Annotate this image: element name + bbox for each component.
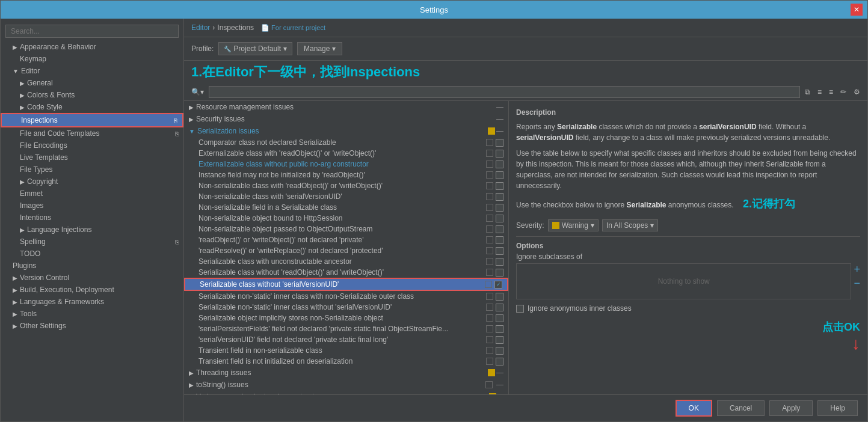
list-item[interactable]: Externalizable class without public no-a… <box>184 159 508 170</box>
severity-value: Warning <box>562 221 588 230</box>
manage-button[interactable]: Manage ▾ <box>297 42 342 55</box>
item-color <box>486 336 493 343</box>
item-checkbox[interactable] <box>496 236 503 244</box>
list-item-selected[interactable]: Serializable class without 'serialVersio… <box>184 278 508 291</box>
list-item[interactable]: Serializable non-'static' inner class wi… <box>184 302 508 313</box>
item-checkbox[interactable] <box>496 247 503 255</box>
list-item[interactable]: Transient field in non-serializable clas… <box>184 345 508 356</box>
search-toggle-button[interactable]: 🔍▾ <box>189 87 206 97</box>
sidebar-item-copyright[interactable]: ▶ Copyright <box>1 176 183 188</box>
item-checkbox[interactable] <box>496 139 503 147</box>
apply-button[interactable]: Apply <box>769 400 813 416</box>
sidebar-item-intentions[interactable]: Intentions <box>1 212 183 224</box>
edit-button[interactable]: ✏ <box>838 87 849 97</box>
sidebar-item-live-templates[interactable]: Live Templates <box>1 151 183 164</box>
sidebar-search[interactable] <box>5 25 179 38</box>
list-item[interactable]: Serializable class without 'readObject()… <box>184 267 508 278</box>
add-button[interactable]: + <box>854 263 860 276</box>
item-checkbox[interactable] <box>496 347 503 355</box>
sidebar-item-languages[interactable]: ▶ Languages & Frameworks <box>1 296 183 308</box>
sidebar-item-other[interactable]: ▶ Other Settings <box>1 320 183 332</box>
item-checkbox[interactable] <box>496 293 503 301</box>
list-item[interactable]: Externalizable class with 'readObject()'… <box>184 148 508 159</box>
list-item[interactable]: 'readResolve()' or 'writeReplace()' not … <box>184 245 508 256</box>
list-item[interactable]: Non-serializable object bound to HttpSes… <box>184 213 508 224</box>
profile-dropdown[interactable]: 🔧 Project Default ▾ <box>218 42 292 55</box>
ok-button[interactable]: OK <box>676 400 712 417</box>
sidebar-item-build[interactable]: ▶ Build, Execution, Deployment <box>1 284 183 296</box>
list-item[interactable]: Non-serializable object passed to Object… <box>184 224 508 234</box>
item-checkbox[interactable] <box>496 182 503 190</box>
list-item[interactable]: Instance field may not be initialized by… <box>184 170 508 180</box>
sidebar-item-spelling[interactable]: Spelling ⎘ <box>1 236 183 248</box>
sidebar-item-language-injections[interactable]: ▶ Language Injections <box>1 224 183 236</box>
item-checkbox[interactable] <box>496 269 503 277</box>
list-item[interactable]: Non-serializable class with 'readObject(… <box>184 180 508 191</box>
list-item[interactable]: 'readObject()' or 'writeObject()' not de… <box>184 234 508 245</box>
sidebar-item-tools[interactable]: ▶ Tools <box>1 308 183 320</box>
sidebar-item-file-encodings[interactable]: File Encodings <box>1 139 183 151</box>
list-item[interactable]: Transient field is not initialized on de… <box>184 356 508 367</box>
list-item[interactable]: Serializable object implicitly stores no… <box>184 313 508 323</box>
group-threading[interactable]: ▶ Threading issues — <box>184 367 508 379</box>
list-item[interactable]: Non-serializable field in a Serializable… <box>184 202 508 213</box>
options-title: Options <box>516 242 860 250</box>
help-button[interactable]: Help <box>817 400 858 416</box>
item-checkbox[interactable] <box>496 314 503 322</box>
scope-dropdown[interactable]: In All Scopes ▾ <box>602 219 658 231</box>
sidebar-item-label: File and Code Templates <box>20 129 100 138</box>
group-security[interactable]: ▶ Security issues — <box>184 113 508 125</box>
sidebar-item-keymap[interactable]: Keymap <box>1 53 183 65</box>
group-serialization[interactable]: ▼ Serialization issues — <box>184 125 508 137</box>
list-item[interactable]: Serializable non-'static' inner class wi… <box>184 291 508 302</box>
item-checkbox[interactable] <box>496 161 503 168</box>
item-checkbox[interactable] <box>496 171 503 179</box>
profile-icon: 🔧 <box>224 46 231 52</box>
dropdown-arrow: ▾ <box>283 44 287 53</box>
item-checkbox[interactable] <box>496 258 503 266</box>
sidebar-item-appearance[interactable]: ▶ Appearance & Behavior <box>1 41 183 53</box>
cancel-button[interactable]: Cancel <box>717 400 765 416</box>
sidebar-item-images[interactable]: Images <box>1 200 183 212</box>
group-resource[interactable]: ▶ Resource management issues — <box>184 101 508 113</box>
item-checkbox[interactable] <box>496 358 503 365</box>
item-checkbox[interactable] <box>496 225 503 233</box>
sidebar-item-editor[interactable]: ▼ Editor <box>1 65 183 77</box>
collapse-all-button[interactable]: ≡ <box>826 87 836 97</box>
list-item[interactable]: 'serialPersistentFields' field not decla… <box>184 323 508 334</box>
sidebar-item-inspections[interactable]: Inspections ⎘ <box>1 113 183 127</box>
list-item[interactable]: 'serialVersionUID' field not declared 'p… <box>184 334 508 345</box>
item-checkbox[interactable] <box>496 193 503 201</box>
close-button[interactable]: ✕ <box>851 4 863 16</box>
item-checkbox[interactable] <box>496 215 503 222</box>
item-checkbox[interactable] <box>496 336 503 344</box>
item-checkbox[interactable] <box>496 150 503 157</box>
expand-all-button[interactable]: ≡ <box>815 87 824 97</box>
settings-button[interactable]: ⚙ <box>851 87 863 97</box>
item-checkbox[interactable]: ✓ <box>494 281 502 289</box>
item-checkbox[interactable] <box>496 204 503 212</box>
sidebar-item-code-style[interactable]: ▶ Code Style <box>1 101 183 113</box>
sidebar-item-colors-fonts[interactable]: ▶ Colors & Fonts <box>1 89 183 101</box>
breadcrumb-editor[interactable]: Editor <box>191 23 210 32</box>
item-checkbox[interactable] <box>496 304 503 311</box>
sidebar-item-file-code-templates[interactable]: File and Code Templates ⎘ <box>1 127 183 139</box>
group-tostring[interactable]: ▶ toString() issues — <box>184 379 508 391</box>
item-checkbox[interactable] <box>496 325 503 333</box>
filter-button[interactable]: ⧉ <box>802 87 813 97</box>
list-item[interactable]: Serializable class with unconstructable … <box>184 256 508 267</box>
sidebar-item-plugins[interactable]: Plugins <box>1 260 183 272</box>
inspection-search[interactable] <box>209 86 800 98</box>
severity-dropdown[interactable]: Warning ▾ <box>548 219 599 231</box>
sidebar-item-emmet[interactable]: Emmet <box>1 188 183 200</box>
group-arrow: ▶ <box>189 104 194 111</box>
sidebar-item-version-control[interactable]: ▶ Version Control <box>1 272 183 284</box>
sidebar-item-general[interactable]: ▶ General <box>1 77 183 89</box>
sidebar-item-todo[interactable]: TODO <box>1 248 183 260</box>
remove-button[interactable]: − <box>854 277 860 290</box>
sidebar-item-file-types[interactable]: File Types <box>1 164 183 176</box>
list-item[interactable]: Non-serializable class with 'serialVersi… <box>184 191 508 202</box>
list-item[interactable]: Comparator class not declared Serializab… <box>184 137 508 148</box>
ignore-anon-checkbox[interactable] <box>516 305 524 313</box>
expand-arrow: ▶ <box>20 227 25 233</box>
